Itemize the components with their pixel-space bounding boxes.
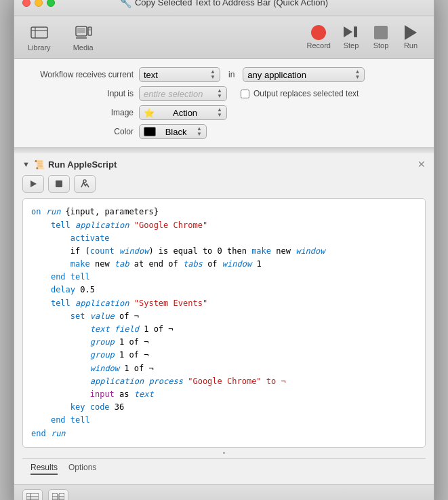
app-chevrons: ▲▼ [354, 69, 360, 80]
close-button[interactable] [22, 0, 30, 7]
receives-select[interactable]: text ▲▼ [139, 67, 220, 82]
media-button[interactable]: Media [67, 20, 100, 54]
image-label: Image [25, 108, 134, 117]
minimize-button[interactable] [35, 0, 43, 7]
title-icon: 🔧 [120, 0, 131, 8]
column-view-button[interactable] [48, 489, 68, 500]
play-icon [29, 180, 37, 188]
color-select[interactable]: Black ▲▼ [139, 124, 207, 139]
stop-square-icon [55, 180, 63, 188]
color-value: Black [165, 127, 187, 137]
code-line: application process "Google Chrome" to ¬ [31, 375, 417, 388]
in-label: in [228, 70, 235, 79]
image-icon: ⭐ [144, 108, 155, 118]
input-value: entire selection [144, 89, 203, 99]
color-row: Color Black ▲▼ [25, 124, 423, 139]
media-icon [73, 23, 94, 42]
results-tab[interactable]: Results [30, 463, 58, 475]
toolbar-right: Record Step Stop [302, 22, 426, 52]
script-play-button[interactable] [22, 175, 44, 193]
stop-icon [371, 25, 390, 40]
svg-rect-4 [77, 28, 85, 33]
library-button[interactable]: Library [22, 20, 56, 54]
image-select[interactable]: ⭐ Action ▲▼ [139, 105, 227, 120]
script-toolbar [22, 175, 426, 193]
code-line: make new tab at end of tabs of window 1 [31, 258, 417, 271]
stop-button[interactable]: Stop [366, 22, 396, 52]
main-window: 🔧 Copy Selected Text to Address Bar (Qui… [14, 0, 434, 500]
code-line: activate [31, 232, 417, 245]
script-compile-button[interactable] [74, 175, 96, 193]
code-line: group 1 of ¬ [31, 336, 417, 349]
code-line: tell application "Google Chrome" [31, 219, 417, 232]
library-icon [28, 23, 50, 42]
code-line: text field 1 of ¬ [31, 323, 417, 336]
input-select[interactable]: entire selection ▲▼ [139, 86, 227, 101]
svg-rect-9 [354, 26, 357, 37]
script-stop-button[interactable] [48, 175, 70, 193]
output-replaces-checkbox[interactable] [241, 90, 249, 98]
color-swatch [144, 127, 156, 136]
options-tab[interactable]: Options [68, 463, 96, 475]
svg-marker-8 [344, 26, 352, 37]
script-title: 📜 Run AppleScript [34, 159, 117, 170]
color-chevrons: ▲▼ [197, 126, 202, 137]
code-line: end tell [31, 271, 417, 284]
script-close-button[interactable]: ✕ [418, 159, 426, 170]
column-view-icon [52, 493, 64, 500]
script-header-left: ▼ 📜 Run AppleScript [22, 159, 117, 170]
code-line: group 1 of ¬ [31, 349, 417, 362]
scroll-indicator: • [22, 448, 426, 458]
step-button[interactable]: Step [336, 22, 366, 52]
title-label: Copy Selected Text to Address Bar (Quick… [135, 0, 328, 7]
code-editor[interactable]: on run {input, parameters} tell applicat… [22, 198, 426, 447]
run-label: Run [404, 41, 418, 50]
input-chevrons: ▲▼ [217, 88, 222, 99]
image-value: Action [173, 108, 197, 118]
receives-label: Workflow receives current [25, 70, 134, 79]
step-icon [342, 25, 361, 40]
record-icon [311, 25, 326, 40]
media-label: Media [73, 43, 94, 52]
maximize-button[interactable] [47, 0, 55, 7]
svg-rect-11 [56, 180, 62, 187]
code-line: if (count window) is equal to 0 then mak… [31, 245, 417, 258]
collapse-arrow[interactable]: ▼ [22, 160, 30, 168]
svg-rect-5 [88, 27, 91, 35]
input-row: Input is entire selection ▲▼ Output repl… [25, 86, 423, 101]
section-divider [14, 148, 434, 153]
svg-point-12 [83, 180, 86, 182]
results-bar: Results Options [22, 458, 426, 479]
script-header: ▼ 📜 Run AppleScript ✕ [22, 159, 426, 170]
output-replaces-label: Output replaces selected text [253, 89, 359, 98]
script-title-icon: 📜 [34, 159, 45, 170]
main-toolbar: Library Media Record [14, 16, 434, 59]
color-label: Color [25, 127, 134, 136]
code-line: input as text [31, 388, 417, 401]
app-select[interactable]: any application ▲▼ [243, 67, 365, 82]
receives-row: Workflow receives current text ▲▼ in any… [25, 67, 423, 82]
script-title-text: Run AppleScript [48, 159, 117, 170]
run-button[interactable]: Run [396, 22, 426, 52]
workflow-config: Workflow receives current text ▲▼ in any… [14, 59, 434, 148]
stop-label: Stop [373, 41, 389, 50]
traffic-lights [22, 0, 55, 7]
svg-marker-10 [30, 180, 37, 187]
toolbar-left: Library Media [22, 20, 299, 54]
bottom-toolbar [14, 484, 434, 500]
list-view-button[interactable] [22, 489, 43, 500]
code-line: on run {input, parameters} [31, 206, 417, 218]
image-row: Image ⭐ Action ▲▼ [25, 105, 423, 120]
compile-icon [80, 179, 89, 189]
receives-value: text [144, 70, 158, 80]
code-line: delay 0.5 [31, 284, 417, 296]
step-label: Step [344, 41, 359, 50]
receives-chevrons: ▲▼ [210, 69, 216, 80]
titlebar: 🔧 Copy Selected Text to Address Bar (Qui… [14, 0, 434, 16]
window-title: 🔧 Copy Selected Text to Address Bar (Qui… [120, 0, 328, 8]
svg-rect-0 [31, 27, 47, 38]
record-button[interactable]: Record [302, 22, 336, 52]
code-line: window 1 of ¬ [31, 362, 417, 375]
output-replaces-row: Output replaces selected text [241, 89, 359, 98]
code-line: set value of ¬ [31, 310, 417, 323]
